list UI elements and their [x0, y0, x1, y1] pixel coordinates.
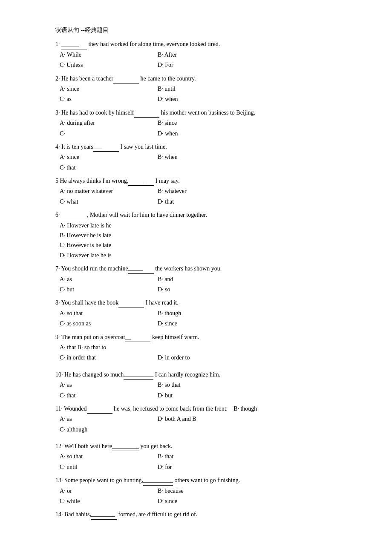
option-a: A· or: [60, 486, 153, 496]
question-block-7: 7· You should run the machine _____ the …: [55, 264, 358, 294]
question-line-7: 7· You should run the machine _____ the …: [55, 264, 358, 273]
blank: __: [125, 332, 150, 342]
question-text-before: He always thinks I'm wrong,: [60, 178, 129, 184]
page-title: 状语从句 --经典题目: [55, 26, 358, 35]
option-label: D·: [158, 286, 164, 293]
option-c: C· in order that: [60, 353, 153, 362]
option-text: when: [165, 130, 178, 137]
option-text: so that: [164, 382, 180, 388]
option-label: B·: [158, 382, 163, 388]
question-number: 2·: [55, 75, 60, 82]
question-line-10: 10· He has changed so much__________ I c…: [55, 370, 358, 380]
option-label: D·: [158, 416, 164, 422]
question-number: 9·: [55, 334, 60, 340]
options-row: A· so thatB· that: [60, 452, 358, 461]
option-label: D·: [158, 392, 164, 399]
option-text: in order that: [66, 354, 95, 361]
option-label: C·: [60, 464, 65, 470]
option-label: C·: [60, 392, 65, 399]
option-label: A·: [60, 188, 66, 194]
options-row: C· UnlessD· For: [60, 60, 358, 70]
question-text-after: I may say.: [154, 178, 180, 184]
question-text-after: others want to go finishing.: [173, 477, 240, 483]
option-label: C·: [60, 320, 65, 327]
option-row: C· However is he late: [60, 241, 358, 250]
options-row: A· WhileB· After: [60, 50, 358, 60]
question-block-4: 4· It is ten years___ I saw you last tim…: [55, 142, 358, 173]
option-b: B· and: [158, 275, 251, 284]
option-a: A· so that: [60, 452, 153, 461]
option-text: in order to: [165, 354, 190, 361]
options-row: C· although: [60, 425, 358, 434]
question-line-9: 9· The man put on a overcoat__ keep hims…: [55, 332, 358, 342]
option-label: A·: [60, 310, 66, 316]
option-label: B·: [158, 52, 163, 58]
option-text: while: [66, 498, 80, 504]
question-number: 3·: [55, 109, 60, 116]
option-text: both A and B: [165, 416, 196, 422]
question-line-6: 6· , Mother will wait for him to have di…: [55, 210, 358, 220]
option-d: D· for: [158, 463, 251, 472]
option-a: A· since: [60, 152, 153, 162]
option-label: D·: [158, 198, 164, 205]
question-block-11: 11· Wounded he was, he refused to come b…: [55, 404, 358, 434]
option-label: B·: [158, 120, 163, 126]
question-block-8: 8· You shall have the book I have read i…: [55, 298, 358, 328]
option-d: D· but: [158, 391, 251, 400]
option-text: For: [165, 62, 173, 68]
question-text-after: formed, are difficult to get rid of.: [117, 511, 197, 518]
option-text: no matter whatever: [67, 188, 113, 194]
option-row: B· However he is late: [60, 231, 358, 240]
question-text-before: The man put on a overcoat: [61, 334, 125, 340]
options-row: A· so thatB· though: [60, 309, 358, 318]
question-block-2: 2· He has been a teacher he came to the …: [55, 74, 358, 104]
question-text-after: his mother went on business to Beijing.: [159, 109, 255, 116]
question-text-after: , Mother will wait for him to have dinne…: [87, 212, 207, 218]
option-label: C·: [60, 286, 65, 293]
options-row: A· sinceB· until: [60, 84, 358, 94]
option-b: B· so that: [158, 380, 251, 390]
option-b: B· whatever: [158, 187, 251, 196]
option-text: as: [67, 382, 72, 388]
option-a: A· as: [60, 414, 153, 424]
option-text: so that: [67, 453, 83, 460]
question-line-14: 14· Bad habits,________ formed, are diff…: [55, 509, 358, 519]
question-number: 10·: [55, 371, 63, 378]
option-c: C· what: [60, 197, 153, 207]
option-text: However he is late: [66, 232, 111, 239]
question-number: 6·: [55, 212, 60, 218]
option-label: C·: [60, 498, 65, 504]
option-d: D· For: [158, 60, 251, 70]
option-d: D· so: [158, 285, 251, 294]
option-b: B· After: [158, 50, 251, 60]
question-number: 14·: [55, 511, 63, 518]
question-text-before: He has changed so much: [64, 371, 124, 378]
options-row: C· D· when: [60, 129, 358, 138]
question-text-after: you get back.: [139, 443, 173, 449]
option-text: as: [67, 276, 72, 282]
option-text: that: [164, 453, 173, 460]
option-text: until: [66, 464, 78, 470]
option-label: C·: [60, 130, 65, 137]
question-line-12: 12· We'll both wait here_________ you ge…: [55, 441, 358, 451]
options-row: A· asD· both A and B: [60, 414, 358, 424]
option-text: whatever: [164, 188, 186, 194]
question-number: 11·: [55, 405, 63, 412]
question-text-after: I saw you last time.: [119, 144, 167, 150]
question-number: 5: [55, 178, 58, 184]
option-label: D·: [60, 252, 66, 259]
options-row: C· thatD· but: [60, 391, 358, 400]
option-text: for: [165, 464, 172, 470]
option-text: when: [164, 154, 177, 160]
option-text: so that: [67, 310, 83, 316]
option-text: However late is he: [67, 222, 112, 229]
options-row: A· during afterB· since: [60, 118, 358, 128]
question-number: 12·: [55, 443, 63, 449]
option-d: D· both A and B: [158, 414, 251, 424]
question-text-before: We'll both wait here: [64, 443, 112, 449]
option-a: A· during after: [60, 118, 153, 128]
question-block-12: 12· We'll both wait here_________ you ge…: [55, 441, 358, 472]
option-b: B· that: [158, 452, 251, 461]
blank: [113, 74, 139, 83]
options-row: C· asD· when: [60, 95, 358, 104]
